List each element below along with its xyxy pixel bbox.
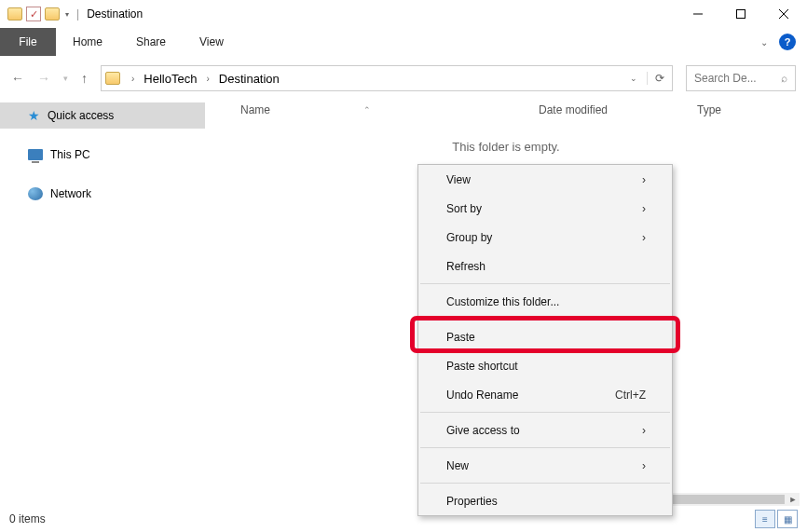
window-controls	[677, 0, 805, 28]
folder-icon	[105, 72, 120, 85]
context-menu-group-by[interactable]: Group by›	[418, 223, 672, 252]
menu-label: Group by	[446, 231, 492, 244]
address-dropdown-icon[interactable]: ⌄	[630, 74, 637, 83]
menu-separator	[420, 319, 670, 320]
sidebar-item-label: Quick access	[48, 109, 114, 122]
context-menu-paste[interactable]: Paste	[418, 322, 672, 351]
properties-qat-icon[interactable]: ✓	[26, 7, 41, 21]
folder-icon	[7, 7, 22, 20]
maximize-button[interactable]	[719, 0, 762, 28]
nav-arrows: ← → ▾ ↑	[11, 71, 88, 86]
minimize-button[interactable]	[677, 0, 719, 28]
thumbnails-view-button[interactable]: ▦	[777, 510, 798, 528]
menu-label: Paste shortcut	[446, 360, 518, 373]
chevron-right-icon: ›	[642, 459, 646, 472]
column-type[interactable]: Type	[697, 103, 772, 116]
menu-label: View	[446, 173, 471, 186]
details-view-button[interactable]: ≡	[755, 510, 775, 528]
navigation-pane: ★ Quick access This PC Network	[0, 97, 205, 506]
sort-indicator-icon: ⌃	[363, 105, 371, 115]
context-menu-view[interactable]: View›	[418, 165, 672, 194]
column-name-label: Name	[240, 103, 270, 116]
menu-separator	[420, 483, 670, 484]
window-title: Destination	[87, 7, 143, 20]
sidebar-item-label: This PC	[50, 148, 90, 161]
navigation-bar: ← → ▾ ↑ › HelloTech › Destination ⌄ ⟳ Se…	[0, 61, 807, 95]
menu-separator	[420, 447, 670, 448]
sidebar-item-network[interactable]: Network	[0, 181, 205, 207]
breadcrumb-segment[interactable]: HelloTech	[144, 72, 197, 86]
pc-icon	[28, 149, 43, 160]
close-button[interactable]	[762, 0, 805, 28]
tab-home[interactable]: Home	[56, 28, 119, 56]
back-button[interactable]: ←	[11, 71, 24, 86]
sidebar-item-quick-access[interactable]: ★ Quick access	[0, 102, 205, 129]
chevron-right-icon: ›	[642, 202, 646, 215]
column-name[interactable]: Name ⌃	[240, 103, 539, 116]
menu-label: New	[446, 459, 469, 472]
svg-rect-1	[737, 10, 745, 19]
star-icon: ★	[28, 108, 40, 123]
chevron-right-icon: ›	[642, 231, 646, 244]
search-placeholder: Search De...	[694, 72, 775, 85]
sidebar-item-label: Network	[50, 187, 91, 200]
qat-customize-icon[interactable]: ▾	[65, 10, 69, 19]
search-box[interactable]: Search De... ⌕	[686, 65, 796, 91]
context-menu-undo[interactable]: Undo RenameCtrl+Z	[418, 380, 672, 409]
chevron-right-icon: ›	[642, 173, 646, 186]
chevron-right-icon[interactable]: ›	[131, 74, 134, 84]
scroll-right-icon[interactable]: ►	[786, 495, 800, 504]
title-separator: |	[76, 7, 79, 20]
menu-label: Refresh	[446, 260, 486, 273]
context-menu-give-access[interactable]: Give access to›	[418, 416, 672, 444]
sidebar-item-this-pc[interactable]: This PC	[0, 142, 205, 168]
menu-label: Give access to	[446, 424, 520, 437]
help-icon[interactable]: ?	[779, 34, 796, 50]
context-menu: View› Sort by› Group by› Refresh Customi…	[417, 164, 673, 516]
item-count: 0 items	[9, 512, 46, 525]
context-menu-paste-shortcut[interactable]: Paste shortcut	[418, 351, 672, 380]
address-bar[interactable]: › HelloTech › Destination ⌄ ⟳	[101, 65, 673, 91]
menu-separator	[420, 412, 670, 413]
file-tab[interactable]: File	[0, 28, 56, 56]
network-icon	[28, 187, 43, 200]
refresh-button[interactable]: ⟳	[647, 72, 664, 85]
menu-label: Undo Rename	[446, 389, 518, 402]
breadcrumb-segment[interactable]: Destination	[219, 72, 280, 86]
menu-separator	[420, 283, 670, 284]
tab-share[interactable]: Share	[119, 28, 183, 56]
column-headers: Name ⌃ Date modified Type	[205, 97, 807, 123]
status-bar: 0 items ≡ ▦	[0, 506, 807, 532]
chevron-right-icon[interactable]: ›	[206, 74, 209, 84]
new-folder-qat-icon[interactable]	[45, 7, 60, 20]
menu-label: Paste	[446, 331, 475, 344]
context-menu-customize[interactable]: Customize this folder...	[418, 287, 672, 316]
menu-label: Sort by	[446, 202, 482, 215]
tab-view[interactable]: View	[183, 28, 240, 56]
chevron-right-icon: ›	[642, 424, 646, 437]
quick-access-toolbar: ✓ ▾	[2, 7, 69, 21]
empty-folder-message: This folder is empty.	[205, 140, 807, 154]
up-button[interactable]: ↑	[81, 71, 88, 86]
forward-button: →	[37, 71, 50, 86]
view-toggles: ≡ ▦	[755, 510, 798, 528]
context-menu-refresh[interactable]: Refresh	[418, 252, 672, 280]
ribbon-collapse-icon[interactable]: ⌄	[760, 37, 768, 48]
explorer-body: ★ Quick access This PC Network Name ⌃ Da…	[0, 97, 807, 506]
title-bar: ✓ ▾ | Destination	[0, 0, 807, 28]
search-icon: ⌕	[781, 72, 787, 85]
context-menu-new[interactable]: New›	[418, 451, 672, 480]
menu-label: Customize this folder...	[446, 295, 559, 308]
column-date[interactable]: Date modified	[539, 103, 697, 116]
ribbon-tabs: File Home Share View ⌄ ?	[0, 28, 807, 56]
context-menu-sort-by[interactable]: Sort by›	[418, 194, 672, 223]
menu-accelerator: Ctrl+Z	[615, 389, 646, 402]
recent-dropdown-icon[interactable]: ▾	[63, 74, 68, 83]
